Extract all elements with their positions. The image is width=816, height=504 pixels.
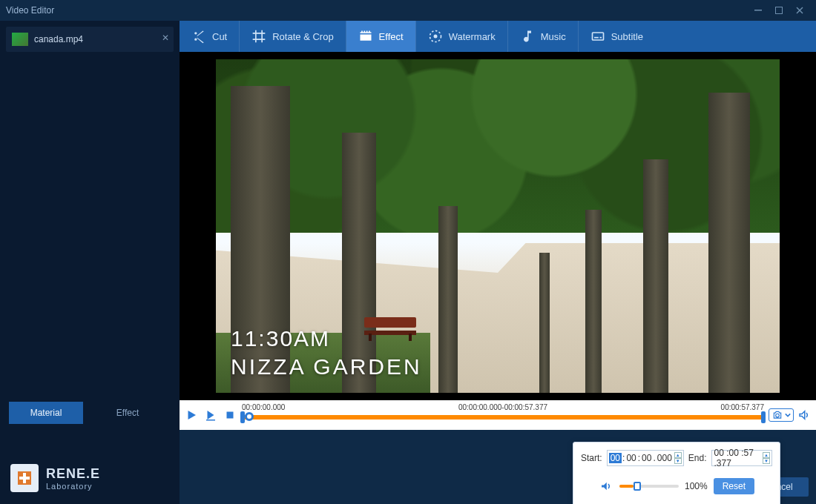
svg-rect-10 bbox=[227, 412, 234, 419]
start-spinner[interactable]: ▲▼ bbox=[674, 452, 682, 464]
tool-cut[interactable]: Cut bbox=[180, 21, 239, 52]
tool-effect[interactable]: Effect bbox=[346, 21, 415, 52]
crop-icon bbox=[251, 29, 266, 44]
range-end-handle[interactable] bbox=[761, 411, 766, 423]
end-spinner[interactable]: ▲▼ bbox=[763, 452, 770, 464]
play-range-button[interactable] bbox=[203, 408, 218, 422]
svg-rect-7 bbox=[594, 37, 599, 39]
tool-music[interactable]: Music bbox=[508, 21, 578, 52]
snapshot-button[interactable] bbox=[769, 408, 794, 422]
titlebar: Video Editor bbox=[0, 0, 816, 21]
preview-area: 11:30AM NIZZA GARDEN bbox=[180, 52, 816, 400]
music-icon bbox=[520, 29, 535, 44]
stop-button[interactable] bbox=[223, 408, 237, 422]
svg-rect-8 bbox=[599, 37, 602, 39]
tool-subtitle-label: Subtitle bbox=[611, 31, 643, 42]
time-range-popup: Start: 00 : 00 : 00 . 000 ▲▼ End: 00 :00… bbox=[573, 442, 780, 504]
close-button[interactable] bbox=[789, 3, 810, 18]
maximize-button[interactable] bbox=[769, 3, 789, 18]
timeline-range-label: 00:00:00.000-00:00:57.377 bbox=[458, 403, 547, 411]
logo-icon bbox=[10, 464, 39, 492]
overlay-line-1: 11:30AM bbox=[231, 326, 422, 351]
start-label: Start: bbox=[581, 453, 602, 463]
tool-music-label: Music bbox=[541, 31, 566, 42]
timeline-bar: 00:00:00.000 00:00:00.000-00:00:57.377 0… bbox=[180, 400, 816, 430]
start-hh[interactable]: 00 bbox=[609, 453, 622, 463]
overlay-line-2: NIZZA GARDEN bbox=[231, 354, 422, 379]
popup-volume-icon[interactable] bbox=[599, 479, 613, 494]
volume-percent: 100% bbox=[685, 481, 708, 491]
svg-rect-0 bbox=[754, 10, 762, 11]
volume-thumb[interactable] bbox=[634, 482, 641, 491]
tool-effect-label: Effect bbox=[379, 31, 404, 42]
effect-icon bbox=[358, 29, 373, 44]
end-time-input[interactable]: 00 :00 :57 .377 ▲▼ bbox=[711, 450, 772, 466]
playhead[interactable] bbox=[245, 412, 254, 421]
tool-subtitle[interactable]: Subtitle bbox=[579, 21, 655, 52]
volume-slider[interactable] bbox=[619, 485, 679, 488]
end-label: End: bbox=[688, 453, 707, 463]
svg-rect-9 bbox=[206, 420, 215, 421]
file-thumbnail bbox=[12, 33, 28, 46]
preview-overlay-text: 11:30AM NIZZA GARDEN bbox=[231, 326, 422, 379]
logo-text-1: RENE.E bbox=[46, 466, 100, 482]
window-title: Video Editor bbox=[6, 5, 54, 16]
chevron-down-icon bbox=[785, 412, 791, 418]
brand-logo: RENE.E Laboratory bbox=[0, 452, 180, 504]
subtitle-icon bbox=[590, 29, 605, 44]
tool-watermark[interactable]: Watermark bbox=[416, 21, 507, 52]
reset-button[interactable]: Reset bbox=[714, 478, 754, 494]
svg-rect-1 bbox=[776, 7, 783, 14]
timeline-end-label: 00:00:57.377 bbox=[721, 403, 764, 411]
start-time-input[interactable]: 00 : 00 : 00 . 000 ▲▼ bbox=[607, 450, 684, 466]
tool-rotate-crop[interactable]: Rotate & Crop bbox=[240, 21, 345, 52]
tool-cut-label: Cut bbox=[212, 31, 227, 42]
side-tab-material[interactable]: Material bbox=[9, 402, 83, 424]
side-tab-effect[interactable]: Effect bbox=[91, 402, 165, 424]
side-panel: canada.mp4 ✕ Material Effect RENE.E Labo… bbox=[0, 21, 180, 504]
svg-point-5 bbox=[433, 35, 437, 39]
tool-rotate-crop-label: Rotate & Crop bbox=[272, 31, 333, 42]
minimize-button[interactable] bbox=[748, 3, 769, 18]
tool-watermark-label: Watermark bbox=[449, 31, 496, 42]
timeline-track[interactable]: 00:00:00.000 00:00:00.000-00:00:57.377 0… bbox=[242, 403, 764, 427]
scissors-icon bbox=[191, 29, 206, 44]
watermark-icon bbox=[428, 29, 443, 44]
file-tab[interactable]: canada.mp4 ✕ bbox=[6, 27, 174, 52]
file-name: canada.mp4 bbox=[34, 34, 83, 44]
logo-text-2: Laboratory bbox=[46, 482, 100, 491]
video-preview[interactable]: 11:30AM NIZZA GARDEN bbox=[216, 59, 780, 393]
volume-icon[interactable] bbox=[797, 408, 812, 422]
svg-rect-6 bbox=[592, 33, 603, 40]
file-close-icon[interactable]: ✕ bbox=[162, 33, 169, 43]
play-button[interactable] bbox=[184, 408, 199, 422]
main-toolbar: Cut Rotate & Crop Effect Watermark Music bbox=[180, 21, 816, 52]
timeline-pos-label: 00:00:00.000 bbox=[242, 403, 285, 411]
